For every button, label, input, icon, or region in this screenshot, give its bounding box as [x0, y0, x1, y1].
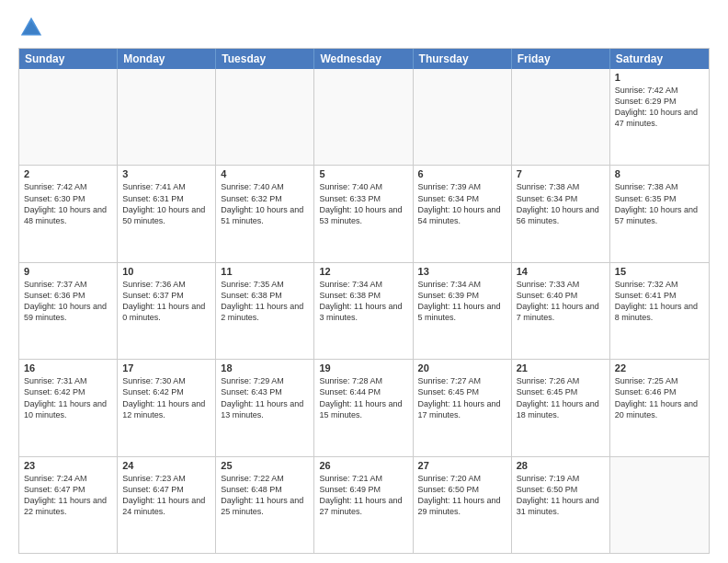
day-number: 10: [122, 266, 210, 277]
day-number: 27: [418, 460, 506, 471]
cell-info: Sunrise: 7:32 AM Sunset: 6:41 PM Dayligh…: [615, 279, 704, 324]
day-number: 22: [615, 362, 704, 373]
cal-cell: 12Sunrise: 7:34 AM Sunset: 6:38 PM Dayli…: [314, 263, 413, 359]
cal-cell: 16Sunrise: 7:31 AM Sunset: 6:42 PM Dayli…: [19, 360, 118, 455]
cal-cell: 27Sunrise: 7:20 AM Sunset: 6:50 PM Dayli…: [414, 457, 512, 553]
day-number: 24: [122, 460, 210, 471]
cal-cell: 18Sunrise: 7:29 AM Sunset: 6:43 PM Dayli…: [216, 360, 314, 455]
cell-info: Sunrise: 7:22 AM Sunset: 6:48 PM Dayligh…: [221, 473, 309, 518]
day-number: 28: [517, 460, 605, 471]
cell-info: Sunrise: 7:30 AM Sunset: 6:42 PM Dayligh…: [122, 375, 210, 420]
cell-info: Sunrise: 7:41 AM Sunset: 6:31 PM Dayligh…: [122, 181, 210, 226]
cal-cell: 24Sunrise: 7:23 AM Sunset: 6:47 PM Dayli…: [118, 457, 216, 553]
cal-cell: 23Sunrise: 7:24 AM Sunset: 6:47 PM Dayli…: [19, 457, 118, 553]
day-number: 23: [24, 460, 112, 471]
cal-cell: 1Sunrise: 7:42 AM Sunset: 6:29 PM Daylig…: [610, 69, 709, 165]
header-day-thursday: Thursday: [414, 49, 512, 69]
day-number: 11: [221, 266, 309, 277]
cell-info: Sunrise: 7:24 AM Sunset: 6:47 PM Dayligh…: [24, 473, 112, 518]
logo-icon: [18, 15, 44, 40]
header-day-saturday: Saturday: [610, 49, 709, 69]
day-number: 9: [24, 266, 112, 277]
cal-cell: 22Sunrise: 7:25 AM Sunset: 6:46 PM Dayli…: [610, 360, 709, 455]
cal-cell: 9Sunrise: 7:37 AM Sunset: 6:36 PM Daylig…: [19, 263, 118, 359]
cal-cell: 19Sunrise: 7:28 AM Sunset: 6:44 PM Dayli…: [314, 360, 413, 455]
header-day-sunday: Sunday: [19, 49, 118, 69]
cal-cell: [19, 69, 118, 165]
cell-info: Sunrise: 7:35 AM Sunset: 6:38 PM Dayligh…: [221, 279, 309, 324]
cal-cell: [610, 457, 709, 553]
calendar-body: 1Sunrise: 7:42 AM Sunset: 6:29 PM Daylig…: [19, 69, 709, 553]
cell-info: Sunrise: 7:37 AM Sunset: 6:36 PM Dayligh…: [24, 279, 112, 324]
day-number: 15: [615, 266, 704, 277]
calendar-header: SundayMondayTuesdayWednesdayThursdayFrid…: [19, 49, 709, 69]
cal-cell: 17Sunrise: 7:30 AM Sunset: 6:42 PM Dayli…: [118, 360, 216, 455]
cell-info: Sunrise: 7:27 AM Sunset: 6:45 PM Dayligh…: [418, 375, 506, 420]
cal-cell: 20Sunrise: 7:27 AM Sunset: 6:45 PM Dayli…: [414, 360, 512, 455]
header-day-monday: Monday: [118, 49, 216, 69]
cell-info: Sunrise: 7:26 AM Sunset: 6:45 PM Dayligh…: [517, 375, 605, 420]
header-day-tuesday: Tuesday: [216, 49, 314, 69]
page: SundayMondayTuesdayWednesdayThursdayFrid…: [0, 0, 728, 563]
cal-cell: 2Sunrise: 7:42 AM Sunset: 6:30 PM Daylig…: [19, 166, 118, 261]
week-row-3: 16Sunrise: 7:31 AM Sunset: 6:42 PM Dayli…: [19, 359, 709, 455]
cal-cell: [414, 69, 512, 165]
day-number: 8: [615, 168, 704, 179]
cal-cell: 7Sunrise: 7:38 AM Sunset: 6:34 PM Daylig…: [512, 166, 610, 261]
cal-cell: 13Sunrise: 7:34 AM Sunset: 6:39 PM Dayli…: [414, 263, 512, 359]
header-day-wednesday: Wednesday: [314, 49, 413, 69]
cell-info: Sunrise: 7:31 AM Sunset: 6:42 PM Dayligh…: [24, 375, 112, 420]
cal-cell: 14Sunrise: 7:33 AM Sunset: 6:40 PM Dayli…: [512, 263, 610, 359]
cell-info: Sunrise: 7:38 AM Sunset: 6:35 PM Dayligh…: [615, 181, 704, 226]
cell-info: Sunrise: 7:40 AM Sunset: 6:33 PM Dayligh…: [319, 181, 407, 226]
day-number: 5: [319, 168, 407, 179]
cell-info: Sunrise: 7:38 AM Sunset: 6:34 PM Dayligh…: [517, 181, 605, 226]
cal-cell: 10Sunrise: 7:36 AM Sunset: 6:37 PM Dayli…: [118, 263, 216, 359]
day-number: 7: [517, 168, 605, 179]
day-number: 14: [517, 266, 605, 277]
cal-cell: 26Sunrise: 7:21 AM Sunset: 6:49 PM Dayli…: [314, 457, 413, 553]
cell-info: Sunrise: 7:40 AM Sunset: 6:32 PM Dayligh…: [221, 181, 309, 226]
header: [18, 15, 710, 40]
cal-cell: 6Sunrise: 7:39 AM Sunset: 6:34 PM Daylig…: [414, 166, 512, 261]
header-day-friday: Friday: [512, 49, 610, 69]
cell-info: Sunrise: 7:28 AM Sunset: 6:44 PM Dayligh…: [319, 375, 407, 420]
day-number: 12: [319, 266, 407, 277]
week-row-4: 23Sunrise: 7:24 AM Sunset: 6:47 PM Dayli…: [19, 456, 709, 553]
week-row-2: 9Sunrise: 7:37 AM Sunset: 6:36 PM Daylig…: [19, 262, 709, 359]
cal-cell: [512, 69, 610, 165]
cell-info: Sunrise: 7:21 AM Sunset: 6:49 PM Dayligh…: [319, 473, 407, 518]
cell-info: Sunrise: 7:36 AM Sunset: 6:37 PM Dayligh…: [122, 279, 210, 324]
cal-cell: 28Sunrise: 7:19 AM Sunset: 6:50 PM Dayli…: [512, 457, 610, 553]
day-number: 20: [418, 362, 506, 373]
day-number: 16: [24, 362, 112, 373]
cal-cell: 25Sunrise: 7:22 AM Sunset: 6:48 PM Dayli…: [216, 457, 314, 553]
day-number: 19: [319, 362, 407, 373]
day-number: 4: [221, 168, 309, 179]
day-number: 6: [418, 168, 506, 179]
logo: [18, 15, 46, 40]
cal-cell: 4Sunrise: 7:40 AM Sunset: 6:32 PM Daylig…: [216, 166, 314, 261]
cal-cell: 8Sunrise: 7:38 AM Sunset: 6:35 PM Daylig…: [610, 166, 709, 261]
day-number: 3: [122, 168, 210, 179]
day-number: 21: [517, 362, 605, 373]
cell-info: Sunrise: 7:25 AM Sunset: 6:46 PM Dayligh…: [615, 375, 704, 420]
day-number: 17: [122, 362, 210, 373]
cell-info: Sunrise: 7:19 AM Sunset: 6:50 PM Dayligh…: [517, 473, 605, 518]
cell-info: Sunrise: 7:33 AM Sunset: 6:40 PM Dayligh…: [517, 279, 605, 324]
cal-cell: 3Sunrise: 7:41 AM Sunset: 6:31 PM Daylig…: [118, 166, 216, 261]
cell-info: Sunrise: 7:23 AM Sunset: 6:47 PM Dayligh…: [122, 473, 210, 518]
week-row-0: 1Sunrise: 7:42 AM Sunset: 6:29 PM Daylig…: [19, 69, 709, 165]
day-number: 25: [221, 460, 309, 471]
cal-cell: 15Sunrise: 7:32 AM Sunset: 6:41 PM Dayli…: [610, 263, 709, 359]
cal-cell: [216, 69, 314, 165]
day-number: 2: [24, 168, 112, 179]
cal-cell: 21Sunrise: 7:26 AM Sunset: 6:45 PM Dayli…: [512, 360, 610, 455]
day-number: 13: [418, 266, 506, 277]
cell-info: Sunrise: 7:29 AM Sunset: 6:43 PM Dayligh…: [221, 375, 309, 420]
cell-info: Sunrise: 7:20 AM Sunset: 6:50 PM Dayligh…: [418, 473, 506, 518]
cell-info: Sunrise: 7:42 AM Sunset: 6:29 PM Dayligh…: [615, 85, 704, 130]
cell-info: Sunrise: 7:39 AM Sunset: 6:34 PM Dayligh…: [418, 181, 506, 226]
cell-info: Sunrise: 7:34 AM Sunset: 6:39 PM Dayligh…: [418, 279, 506, 324]
week-row-1: 2Sunrise: 7:42 AM Sunset: 6:30 PM Daylig…: [19, 165, 709, 261]
